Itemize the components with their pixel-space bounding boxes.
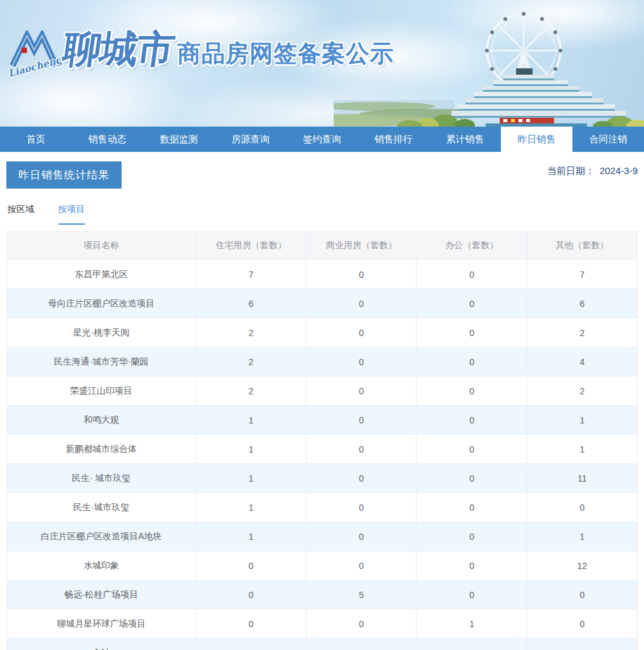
table-row: 星光·桃李天阅2002 (7, 318, 638, 347)
table-cell: 1 (527, 435, 637, 464)
table-cell: 0 (527, 580, 637, 609)
table-cell: 0 (417, 493, 527, 522)
table-cell: 0 (417, 551, 527, 580)
table-cell: 和鸣大观 (7, 406, 196, 435)
table-cell: 5 (306, 580, 417, 609)
sales-table: 项目名称住宅用房（套数）商业用房（套数）办公（套数）其他（套数） 东昌甲第北区7… (6, 231, 638, 650)
table-cell: 1 (417, 639, 527, 650)
table-cell: 0 (196, 580, 306, 609)
table-cell: 0 (306, 289, 417, 318)
site-logo: Liaocheng (10, 28, 58, 82)
nav-item[interactable]: 累计销售 (429, 127, 501, 152)
table-cell: 东昌甲第北区 (7, 260, 196, 289)
table-cell: 0 (417, 406, 527, 435)
table-cell: 1 (196, 522, 306, 551)
table-cell: 民生海通·城市芳华·蘭园 (7, 347, 196, 377)
nav-item[interactable]: 房源查询 (215, 127, 286, 152)
table-cell: 0 (306, 347, 417, 377)
current-date-value: 2024-3-9 (600, 165, 638, 176)
current-date: 当前日期：2024-3-9 (547, 165, 638, 177)
table-row: 东昌甲第北区7007 (7, 260, 638, 289)
table-cell: 0 (527, 493, 637, 522)
table-cell: 6 (196, 289, 306, 318)
table-cell: 母向庄片区棚户区改造项目 (7, 289, 196, 318)
title-row: 昨日销售统计结果 当前日期：2024-3-9 (6, 161, 638, 189)
table-cell: 24 (196, 639, 306, 650)
table-cell: 0 (306, 377, 417, 406)
header-banner: Liaocheng 聊城市 商品房网签备案公示 (0, 0, 644, 127)
table-cell: 1 (196, 493, 306, 522)
table-cell: 民生· 城市玖玺 (7, 464, 196, 493)
table-cell: 水城印象 (7, 551, 196, 580)
table-cell: 2 (196, 347, 306, 377)
current-date-label: 当前日期： (547, 165, 595, 176)
table-cell: 0 (417, 318, 527, 347)
table-cell: 1 (196, 435, 306, 464)
table-cell: 4 (527, 347, 637, 377)
table-row: 母向庄片区棚户区改造项目6006 (7, 289, 638, 318)
table-cell: 0 (306, 318, 417, 347)
table-cell: 7 (196, 260, 306, 289)
nav-item[interactable]: 首页 (0, 127, 72, 152)
table-cell: 0 (417, 464, 527, 493)
table-cell: 0 (417, 377, 527, 406)
table-cell: 2 (196, 318, 306, 347)
table-row: 新鹏都城市综合体1001 (7, 435, 638, 464)
logo-red-square (22, 47, 27, 53)
table-cell: 0 (306, 493, 417, 522)
site-name: 聊城市 (60, 24, 177, 75)
table-row: 民生海通·城市芳华·蘭园2004 (7, 347, 638, 377)
table-cell: 0 (306, 609, 417, 639)
content: 昨日销售统计结果 当前日期：2024-3-9 按区域按项目 项目名称住宅用房（套… (0, 161, 644, 650)
table-cell: 0 (196, 551, 306, 580)
column-header: 其他（套数） (527, 232, 637, 260)
table-cell: 新鹏都城市综合体 (7, 435, 196, 464)
table-cell: 11 (527, 464, 637, 493)
sub-tabs: 按区域按项目 (6, 204, 638, 225)
column-header: 办公（套数） (417, 232, 527, 260)
table-cell: 12 (527, 551, 637, 580)
table-row: 荣盛江山印项目2002 (7, 377, 638, 406)
nav-item[interactable]: 昨日销售 (501, 127, 572, 152)
nav-item[interactable]: 签约查询 (286, 127, 358, 152)
table-cell: 5 (306, 639, 417, 650)
sub-tab[interactable]: 按区域 (8, 204, 34, 225)
table-cell: 7 (527, 260, 637, 289)
table-cell: 畅远·松桂广场项目 (7, 580, 196, 609)
table-cell: 1 (527, 406, 637, 435)
column-header: 项目名称 (7, 232, 196, 260)
table-cell: 荣盛江山印项目 (7, 377, 196, 406)
table-cell: 0 (306, 551, 417, 580)
table-header-row: 项目名称住宅用房（套数）商业用房（套数）办公（套数）其他（套数） (7, 232, 638, 260)
table-cell: 2 (527, 318, 637, 347)
nav-item[interactable]: 数据监测 (143, 127, 215, 152)
table-cell: 白庄片区棚户区改造项目A地块 (7, 522, 196, 551)
table-cell: 0 (306, 406, 417, 435)
table-row: 民生· 城市玖玺10011 (7, 464, 638, 493)
nav-item[interactable]: 销售动态 (72, 127, 143, 152)
nav-item[interactable]: 合同注销 (572, 127, 644, 152)
table-row: 合计245147 (7, 639, 638, 650)
table-cell: 47 (527, 639, 637, 650)
table-row: 水城印象00012 (7, 551, 638, 580)
site-brand: Liaocheng 聊城市 商品房网签备案公示 (10, 28, 394, 82)
table-cell: 0 (306, 260, 417, 289)
table-cell: 0 (417, 347, 527, 377)
page-title: 昨日销售统计结果 (6, 161, 122, 189)
sub-tab[interactable]: 按项目 (58, 204, 85, 225)
nav-item[interactable]: 销售排行 (358, 127, 429, 152)
main-nav: 首页销售动态数据监测房源查询签约查询销售排行累计销售昨日销售合同注销 (0, 127, 644, 152)
table-cell: 1 (417, 609, 527, 639)
table-cell: 0 (306, 435, 417, 464)
table-cell: 0 (417, 522, 527, 551)
table-cell: 合计 (7, 639, 196, 650)
table-cell: 6 (527, 289, 637, 318)
table-cell: 2 (196, 377, 306, 406)
table-cell: 0 (417, 260, 527, 289)
page: Liaocheng 聊城市 商品房网签备案公示 首页销售动态数据监测房源查询签约… (0, 0, 644, 650)
table-cell: 星光·桃李天阅 (7, 318, 196, 347)
table-cell: 1 (196, 464, 306, 493)
table-body: 东昌甲第北区7007母向庄片区棚户区改造项目6006星光·桃李天阅2002民生海… (7, 260, 638, 650)
table-row: 民生·城市玖玺1000 (7, 493, 638, 522)
table-cell: 0 (527, 609, 637, 639)
